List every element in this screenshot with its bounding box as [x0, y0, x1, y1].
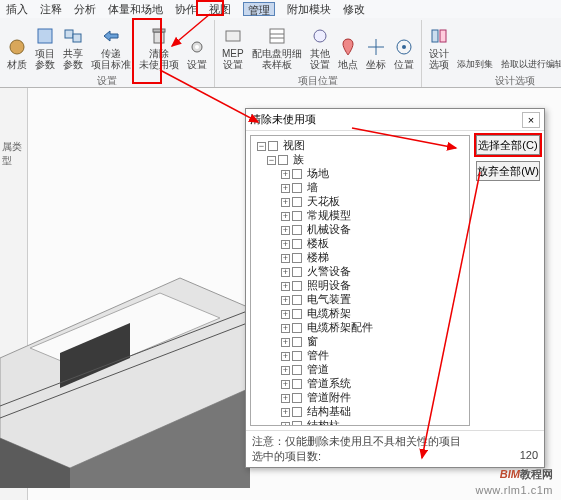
checkbox[interactable]	[268, 141, 278, 151]
pick-edit-button[interactable]: 拾取以进行编辑	[498, 46, 561, 72]
checkbox[interactable]	[292, 295, 302, 305]
tree-item[interactable]: + 电气装置	[253, 292, 467, 306]
plus-icon[interactable]: +	[281, 296, 290, 305]
project-params-button[interactable]: 项目 参数	[32, 20, 58, 72]
deselect-all-button[interactable]: 放弃全部(W)	[476, 161, 540, 181]
checkbox[interactable]	[292, 253, 302, 263]
tree-item[interactable]: + 电缆桥架	[253, 306, 467, 320]
plus-icon[interactable]: +	[281, 408, 290, 417]
checkbox[interactable]	[292, 225, 302, 235]
tree-item[interactable]: + 照明设备	[253, 278, 467, 292]
menu-manage[interactable]: 管理	[243, 2, 275, 16]
panel-sched-button[interactable]: 配电盘明细 表样板	[249, 20, 305, 72]
plus-icon[interactable]: +	[281, 338, 290, 347]
plus-icon[interactable]: +	[281, 380, 290, 389]
checkbox[interactable]	[292, 239, 302, 249]
checkbox[interactable]	[292, 337, 302, 347]
plus-icon[interactable]: +	[281, 212, 290, 221]
materials-icon	[7, 37, 27, 57]
tree-item[interactable]: + 常规模型	[253, 208, 467, 222]
checkbox[interactable]	[292, 281, 302, 291]
checkbox[interactable]	[292, 169, 302, 179]
add-to-set-button[interactable]: 添加到集	[454, 46, 496, 72]
menu-massing[interactable]: 体量和场地	[108, 2, 163, 16]
plus-icon[interactable]: +	[281, 184, 290, 193]
tree-item[interactable]: + 楼梯	[253, 250, 467, 264]
location-button[interactable]: 地点	[335, 20, 361, 72]
watermark-url: www.rlm1.c1m	[475, 484, 553, 496]
checkbox[interactable]	[292, 309, 302, 319]
menu-insert[interactable]: 插入	[6, 2, 28, 16]
plus-icon[interactable]: +	[281, 170, 290, 179]
tree-item[interactable]: + 管件	[253, 348, 467, 362]
tree-item[interactable]: + 管道附件	[253, 390, 467, 404]
menu-addins[interactable]: 附加模块	[287, 2, 331, 16]
plus-icon[interactable]: +	[281, 422, 290, 426]
menu-modify[interactable]: 修改	[343, 2, 365, 16]
materials-button[interactable]: 材质	[4, 20, 30, 72]
tree-root-item[interactable]: − 视图	[253, 138, 467, 152]
minus-icon[interactable]: −	[257, 142, 266, 151]
tree-item[interactable]: + 管道系统	[253, 376, 467, 390]
tree-item[interactable]: + 结构柱	[253, 418, 467, 426]
coords-button[interactable]: 坐标	[363, 20, 389, 72]
tree-item[interactable]: + 墙	[253, 180, 467, 194]
dialog-titlebar[interactable]: 清除未使用项 ×	[246, 109, 544, 131]
tree-item[interactable]: + 机械设备	[253, 222, 467, 236]
checkbox[interactable]	[292, 267, 302, 277]
checkbox[interactable]	[292, 197, 302, 207]
plus-icon[interactable]: +	[281, 254, 290, 263]
tree-item[interactable]: + 管道	[253, 362, 467, 376]
gear-icon	[187, 37, 207, 57]
tree-item[interactable]: + 场地	[253, 166, 467, 180]
position-button[interactable]: 位置	[391, 20, 417, 72]
other-settings-button[interactable]: 其他 设置	[307, 20, 333, 72]
tree-item[interactable]: + 火警设备	[253, 264, 467, 278]
plus-icon[interactable]: +	[281, 226, 290, 235]
plus-icon[interactable]: +	[281, 394, 290, 403]
checkbox[interactable]	[292, 379, 302, 389]
plus-icon[interactable]: +	[281, 282, 290, 291]
transfer-std-button[interactable]: 传递 项目标准	[88, 20, 134, 72]
checkbox[interactable]	[292, 211, 302, 221]
plus-icon[interactable]: +	[281, 324, 290, 333]
design-options-button[interactable]: 设计 选项	[426, 20, 452, 72]
checkbox[interactable]	[292, 421, 302, 426]
settings-button[interactable]: 设置	[184, 20, 210, 72]
mep-settings-button[interactable]: MEP 设置	[219, 20, 247, 72]
plus-icon[interactable]: +	[281, 366, 290, 375]
tree-sub-item[interactable]: − 族	[253, 152, 467, 166]
checkbox[interactable]	[292, 393, 302, 403]
shared-params-button[interactable]: 共享 参数	[60, 20, 86, 72]
menu-view[interactable]: 视图	[209, 2, 231, 16]
svg-point-0	[10, 40, 24, 54]
checkbox[interactable]	[292, 183, 302, 193]
watermark-brand-en: BIM	[500, 468, 520, 480]
plus-icon[interactable]: +	[281, 352, 290, 361]
plus-icon[interactable]: +	[281, 310, 290, 319]
menu-analyze[interactable]: 分析	[74, 2, 96, 16]
coords-icon	[366, 37, 386, 57]
minus-icon[interactable]: −	[267, 156, 276, 165]
select-all-button[interactable]: 选择全部(C)	[476, 135, 540, 155]
checkbox[interactable]	[292, 323, 302, 333]
menu-annotate[interactable]: 注释	[40, 2, 62, 16]
plus-icon[interactable]: +	[281, 198, 290, 207]
tree-item[interactable]: + 结构基础	[253, 404, 467, 418]
close-icon[interactable]: ×	[522, 112, 540, 128]
category-tree[interactable]: − 视图− 族+ 场地+ 墙+ 天花板+ 常规模型+ 机械设备+ 楼板+ 楼梯+…	[250, 135, 470, 426]
tree-item[interactable]: + 电缆桥架配件	[253, 320, 467, 334]
menu-collab[interactable]: 协作	[175, 2, 197, 16]
svg-rect-4	[154, 32, 164, 43]
plus-icon[interactable]: +	[281, 240, 290, 249]
checkbox[interactable]	[292, 365, 302, 375]
purge-unused-button[interactable]: 清除 未使用项	[136, 20, 182, 72]
plus-icon[interactable]: +	[281, 268, 290, 277]
tree-item[interactable]: + 楼板	[253, 236, 467, 250]
checkbox[interactable]	[278, 155, 288, 165]
tree-item[interactable]: + 天花板	[253, 194, 467, 208]
svg-rect-8	[226, 31, 240, 41]
checkbox[interactable]	[292, 351, 302, 361]
checkbox[interactable]	[292, 407, 302, 417]
tree-item[interactable]: + 窗	[253, 334, 467, 348]
